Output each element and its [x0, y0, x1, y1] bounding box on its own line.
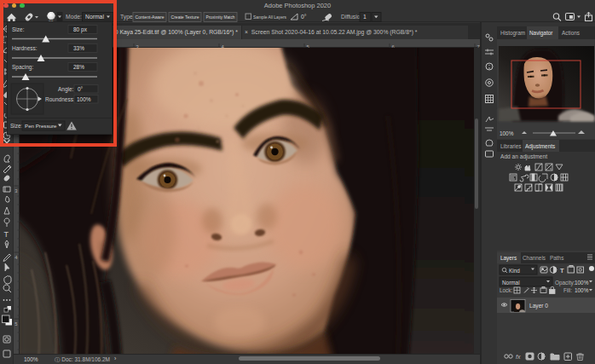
svg-text:Opacity:: Opacity:: [555, 280, 575, 286]
svg-text:Type:: Type:: [120, 14, 135, 20]
svg-text:Content-Aware: Content-Aware: [136, 14, 165, 20]
svg-text:Layer 0: Layer 0: [529, 303, 548, 309]
svg-text:T: T: [560, 267, 564, 274]
svg-text:Adjustments: Adjustments: [525, 143, 555, 150]
svg-text:Navigator: Navigator: [529, 30, 553, 37]
svg-text:Normal: Normal: [502, 280, 520, 286]
svg-text:Paths: Paths: [550, 255, 563, 261]
svg-text:3: 3: [14, 188, 17, 194]
svg-text:Libraries: Libraries: [500, 143, 522, 149]
svg-text:Create Texture: Create Texture: [171, 14, 199, 20]
svg-text:Add an adjustment: Add an adjustment: [500, 153, 547, 160]
svg-text:1: 1: [363, 14, 367, 20]
svg-text:Layers: Layers: [500, 255, 517, 262]
svg-text:Actions: Actions: [562, 30, 580, 36]
svg-text:100%: 100%: [575, 287, 589, 293]
svg-text:fx: fx: [516, 354, 521, 360]
svg-text:Proximity Match: Proximity Match: [206, 14, 235, 20]
svg-text:0°: 0°: [301, 14, 307, 20]
svg-text:Lock:: Lock:: [500, 287, 512, 293]
svg-text:Histogram: Histogram: [500, 30, 525, 37]
svg-text:Fill:: Fill:: [563, 287, 572, 293]
svg-text:100%: 100%: [575, 280, 589, 286]
svg-text:Kind: Kind: [509, 268, 520, 274]
svg-text:100%: 100%: [500, 130, 514, 136]
svg-text:5: 5: [14, 321, 17, 326]
svg-text:T: T: [4, 230, 9, 239]
svg-text:Channels: Channels: [523, 255, 546, 261]
svg-text:Sample All Layers: Sample All Layers: [253, 14, 286, 20]
